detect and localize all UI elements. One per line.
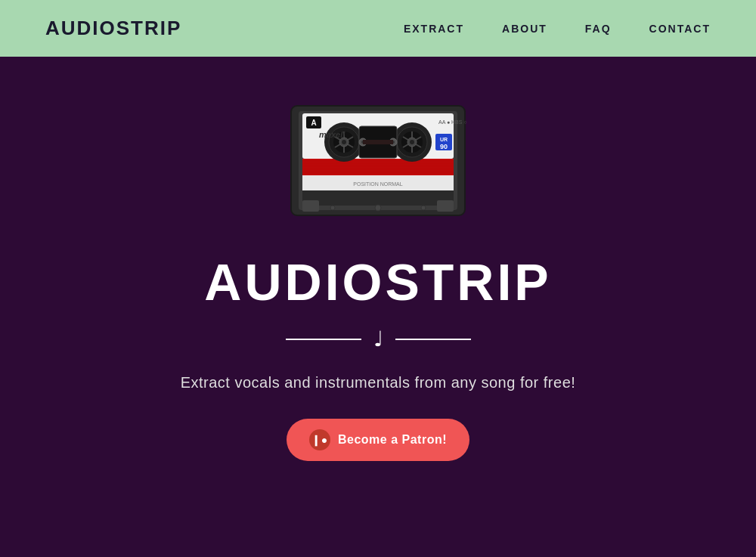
patron-button[interactable]: ❙● Become a Patron!	[287, 419, 469, 461]
nav-link-contact[interactable]: CONTACT	[649, 23, 711, 35]
nav-item-extract[interactable]: EXTRACT	[404, 22, 464, 36]
svg-rect-6	[302, 159, 454, 175]
divider-right	[395, 339, 471, 340]
svg-text:UR: UR	[440, 137, 448, 142]
svg-rect-47	[437, 200, 454, 212]
nav-item-about[interactable]: ABOUT	[502, 22, 547, 36]
svg-rect-41	[363, 140, 393, 144]
svg-text:A: A	[311, 119, 316, 127]
nav-item-contact[interactable]: CONTACT	[649, 22, 711, 36]
nav-logo[interactable]: AUDIOSTRIP	[45, 17, 181, 40]
nav-link-faq[interactable]: FAQ	[585, 23, 612, 35]
tagline: Extract vocals and instrumentals from an…	[181, 374, 576, 391]
svg-text:maxell: maxell	[319, 130, 345, 139]
svg-point-49	[330, 206, 335, 210]
nav-link-about[interactable]: ABOUT	[502, 23, 547, 35]
patron-icon: ❙●	[309, 429, 330, 450]
svg-point-35	[410, 140, 414, 144]
svg-text:AA ● HBS ○: AA ● HBS ○	[438, 119, 467, 125]
site-title: AUDIOSTRIP	[204, 252, 551, 311]
svg-point-48	[375, 205, 381, 211]
music-note-icon: ♩	[373, 326, 383, 351]
svg-point-50	[421, 206, 426, 210]
nav-link-extract[interactable]: EXTRACT	[404, 23, 464, 35]
svg-rect-19	[302, 190, 454, 206]
navbar: AUDIOSTRIP EXTRACT ABOUT FAQ CONTACT	[0, 0, 756, 57]
nav-item-faq[interactable]: FAQ	[585, 22, 612, 36]
svg-point-27	[342, 140, 346, 144]
nav-links: EXTRACT ABOUT FAQ CONTACT	[404, 22, 711, 36]
cassette-image: A AA ● HBS ○ POSITION NORMAL	[287, 102, 469, 222]
music-divider: ♩	[286, 326, 471, 351]
svg-text:POSITION NORMAL: POSITION NORMAL	[353, 181, 402, 187]
svg-rect-46	[302, 200, 319, 212]
svg-text:90: 90	[440, 143, 448, 150]
divider-left	[286, 339, 361, 340]
patron-button-label: Become a Patron!	[338, 433, 447, 447]
main-content: A AA ● HBS ○ POSITION NORMAL	[0, 57, 756, 506]
